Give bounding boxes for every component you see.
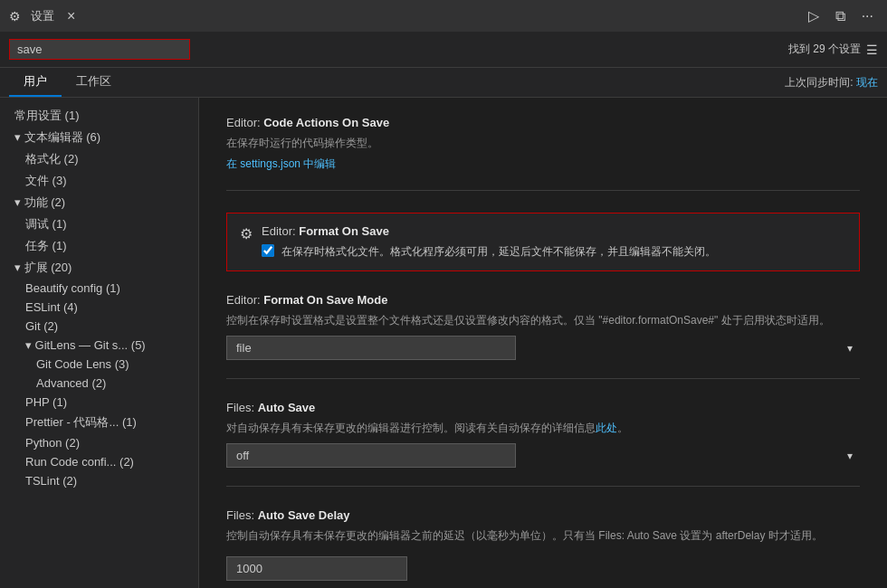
sidebar-item-format[interactable]: 格式化 (2) xyxy=(0,148,198,170)
format-on-save-label[interactable]: 在保存时格式化文件。格式化程序必须可用，延迟后文件不能保存，并且编辑器不能关闭。 xyxy=(281,243,716,260)
setting-title-format-mode: Editor: Format On Save Mode xyxy=(226,293,860,307)
search-bar: 找到 29 个设置 ☰ xyxy=(0,32,887,68)
auto-save-link[interactable]: 此处 xyxy=(596,422,617,434)
setting-desc-format-mode: 控制在保存时设置格式是设置整个文件格式还是仅设置修改内容的格式。仅当 "#edi… xyxy=(226,312,860,328)
format-mode-dropdown-wrapper: file modifications modificationsIfAvaila… xyxy=(226,336,860,360)
setting-title-format-on-save: Editor: Format On Save xyxy=(262,224,846,238)
auto-save-delay-input[interactable] xyxy=(226,556,407,581)
sidebar-item-prettier[interactable]: Prettier - 代码格... (1) xyxy=(0,412,198,433)
tabs-left: 用户 工作区 xyxy=(9,68,126,97)
sidebar-item-tasks[interactable]: 任务 (1) xyxy=(0,235,198,257)
sync-time-link[interactable]: 现在 xyxy=(856,76,878,89)
setting-format-on-save-mode: Editor: Format On Save Mode 控制在保存时设置格式是设… xyxy=(226,293,860,379)
tab-workspace[interactable]: 工作区 xyxy=(62,68,126,97)
tab-user[interactable]: 用户 xyxy=(9,68,62,97)
filter-icon[interactable]: ☰ xyxy=(866,43,878,57)
search-input-wrapper[interactable] xyxy=(9,39,190,60)
chevron-down-icon: ▾ xyxy=(847,342,853,355)
sidebar-item-gitlens[interactable]: ▾ GitLens — Git s... (5) xyxy=(0,336,198,355)
results-text: 找到 29 个设置 xyxy=(788,42,861,57)
title-bar: ⚙ 设置 × ▷ ⧉ ··· xyxy=(0,0,887,32)
auto-save-dropdown[interactable]: off afterDelay onFocusChange onWindowCha… xyxy=(226,443,516,468)
checkbox-wrapper xyxy=(262,244,274,260)
setting-title-code-actions: Editor: Code Actions On Save xyxy=(226,116,860,129)
title-bar-left: ⚙ 设置 × xyxy=(9,6,81,26)
settings-content: Editor: Code Actions On Save 在保存时运行的代码操作… xyxy=(199,98,887,588)
title-bar-title: 设置 xyxy=(31,8,54,24)
sidebar-item-features[interactable]: ▾ 功能 (2) xyxy=(0,192,198,213)
setting-format-on-save: ⚙ Editor: Format On Save 在保存时格式化文件。格式化程序… xyxy=(226,213,860,271)
sidebar: 常用设置 (1) ▾ 文本编辑器 (6) 格式化 (2) 文件 (3) ▾ 功能… xyxy=(0,98,199,588)
sidebar-item-run-code[interactable]: Run Code confi... (2) xyxy=(0,452,198,471)
run-button[interactable]: ▷ xyxy=(804,5,824,26)
format-mode-dropdown[interactable]: file modifications modificationsIfAvaila… xyxy=(226,336,516,360)
setting-desc-auto-save: 对自动保存具有未保存更改的编辑器进行控制。阅读有关自动保存的详细信息此处。 xyxy=(226,420,860,436)
main: 常用设置 (1) ▾ 文本编辑器 (6) 格式化 (2) 文件 (3) ▾ 功能… xyxy=(0,98,887,588)
sidebar-item-git[interactable]: Git (2) xyxy=(0,317,198,336)
format-on-save-content: Editor: Format On Save 在保存时格式化文件。格式化程序必须… xyxy=(262,224,846,260)
sidebar-item-debug[interactable]: 调试 (1) xyxy=(0,213,198,235)
sidebar-item-common[interactable]: 常用设置 (1) xyxy=(0,105,198,127)
tabs-bar: 用户 工作区 上次同步时间: 现在 xyxy=(0,68,887,98)
format-on-save-checkbox[interactable] xyxy=(262,244,274,257)
auto-save-dropdown-wrapper: off afterDelay onFocusChange onWindowCha… xyxy=(226,443,860,468)
checkbox-row: 在保存时格式化文件。格式化程序必须可用，延迟后文件不能保存，并且编辑器不能关闭。 xyxy=(262,243,846,260)
setting-title-auto-save-delay: Files: Auto Save Delay xyxy=(226,508,860,522)
split-button[interactable]: ⧉ xyxy=(831,6,850,26)
more-button[interactable]: ··· xyxy=(857,6,878,26)
setting-link-json[interactable]: 在 settings.json 中编辑 xyxy=(226,157,336,170)
sidebar-item-beautify[interactable]: Beautify config (1) xyxy=(0,279,198,298)
setting-auto-save: Files: Auto Save 对自动保存具有未保存更改的编辑器进行控制。阅读… xyxy=(226,401,860,487)
search-input[interactable] xyxy=(17,43,182,56)
setting-auto-save-delay: Files: Auto Save Delay 控制自动保存具有未保存更改的编辑器… xyxy=(226,508,860,588)
sidebar-item-git-code-lens[interactable]: Git Code Lens (3) xyxy=(0,355,198,374)
setting-desc-auto-save-delay: 控制自动保存具有未保存更改的编辑器之前的延迟（以毫秒为单位）。只有当 Files… xyxy=(226,527,860,544)
setting-code-actions-on-save: Editor: Code Actions On Save 在保存时运行的代码操作… xyxy=(226,116,860,191)
sidebar-item-python[interactable]: Python (2) xyxy=(0,433,198,452)
sidebar-item-text-editor[interactable]: ▾ 文本编辑器 (6) xyxy=(0,127,198,148)
sync-time: 上次同步时间: 现在 xyxy=(785,75,878,90)
sidebar-item-eslint[interactable]: ESLint (4) xyxy=(0,298,198,317)
chevron-down-icon-2: ▾ xyxy=(847,450,853,462)
sidebar-item-extensions[interactable]: ▾ 扩展 (20) xyxy=(0,257,198,279)
sidebar-item-files[interactable]: 文件 (3) xyxy=(0,170,198,192)
title-bar-right: ▷ ⧉ ··· xyxy=(804,5,878,26)
setting-title-auto-save: Files: Auto Save xyxy=(226,401,860,414)
sidebar-item-php[interactable]: PHP (1) xyxy=(0,393,198,412)
sidebar-item-tslint[interactable]: TSLint (2) xyxy=(0,471,198,490)
setting-desc-code-actions: 在保存时运行的代码操作类型。 xyxy=(226,135,860,151)
search-results: 找到 29 个设置 ☰ xyxy=(788,42,878,57)
gear-icon[interactable]: ⚙ xyxy=(240,225,253,242)
close-tab-button[interactable]: × xyxy=(62,6,81,26)
settings-icon: ⚙ xyxy=(9,9,24,24)
sidebar-item-advanced[interactable]: Advanced (2) xyxy=(0,374,198,393)
